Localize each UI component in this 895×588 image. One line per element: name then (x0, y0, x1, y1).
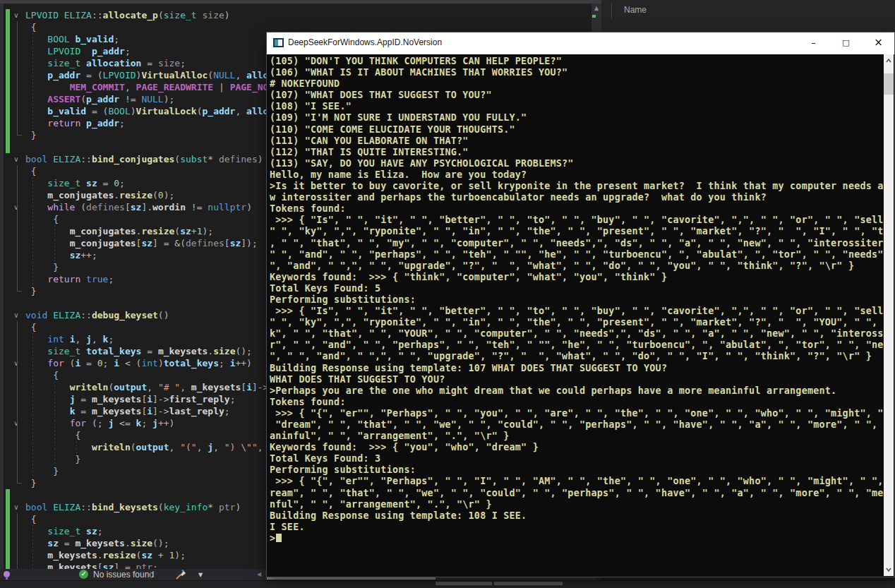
change-bar (6, 9, 10, 21)
change-bar (6, 129, 10, 141)
console-line: (109) "I'M NOT SURE I UNDERSTAND YOU FUL… (270, 112, 884, 124)
console-line: ", " ", "and", " ",", " ", "upgrade", "?… (270, 351, 884, 362)
console-line: " ", "ky", ",", "ryponite", " ", "in", "… (270, 317, 884, 328)
fold-chevron-icon[interactable]: ∨ (11, 501, 21, 513)
console-line: ream", " ", "that", " ", "we", " ", "cou… (270, 488, 884, 499)
console-line: >>> { "Is", " ", "it", " ", "better", " … (270, 306, 884, 317)
lightbulb-icon[interactable] (4, 571, 10, 577)
change-bar (6, 93, 10, 105)
console-title-bar[interactable]: DeepSeekForWindows.AppID.NoVersion – □ × (267, 32, 894, 54)
console-line: (112) "THAT IS QUITE INTERESTING." (270, 147, 884, 158)
console-line: Keywords found: >>> { "think", "computer… (270, 272, 884, 283)
code-cleanup-broom-icon[interactable] (175, 569, 186, 580)
console-cursor (276, 534, 282, 542)
console-line: > (270, 533, 884, 544)
console-line: "dream", " ", "that", " ", "we", " ", "c… (270, 419, 884, 431)
change-bar (6, 57, 10, 69)
bottom-splitter-segment (494, 582, 563, 585)
console-line: aninful", " ", "arrangement", ".", "\r" … (270, 431, 884, 442)
watch-column-divider (611, 3, 612, 18)
change-bar (6, 69, 10, 81)
console-line: (111) "CAN YOU ELABORATE ON THAT?" (270, 136, 884, 147)
change-mark (592, 15, 596, 18)
console-line: Total Keys Found: 5 (270, 283, 884, 294)
console-line: (107) "WHAT DOES THAT SUGGEST TO YOU?" (270, 90, 884, 101)
console-line: Building Response using template: 108 I … (270, 510, 884, 522)
console-scrollbar-thumb[interactable] (884, 73, 894, 95)
console-line: Performing substitutions: (270, 464, 884, 476)
hscroll-left-arrow-icon[interactable]: ◀ (257, 571, 261, 577)
maximize-button[interactable]: □ (830, 32, 862, 54)
change-bar (6, 549, 10, 561)
console-scrollbar[interactable] (884, 54, 894, 576)
console-line: Hello, my name is Eliza. How are you tod… (270, 169, 884, 181)
change-bar (6, 489, 10, 501)
issues-status-text[interactable]: No issues found (93, 570, 154, 580)
change-bar (6, 537, 10, 549)
console-line: >>> { "{", "er"", "Perhaps", " ", "I", "… (270, 476, 884, 487)
desktop: ∨LPVOID ELIZA::allocate_p(size_t size) {… (0, 0, 895, 588)
console-line: Performing substitutions: (270, 294, 884, 306)
console-line: , " ", "that", " ", "my", " ", "computer… (270, 238, 884, 249)
fold-chevron-icon[interactable]: ∨ (11, 309, 21, 321)
console-line: >Is it better to buy cavorite, or sell k… (270, 181, 884, 192)
change-bar (6, 33, 10, 45)
watch-name-column-header: Name (624, 5, 647, 15)
fold-chevron-icon[interactable]: ∨ (11, 417, 21, 429)
console-line: r", " ", "and", " ", "perhaps", " ", "te… (270, 340, 884, 351)
console-line: (113) "SAY, DO YOU HAVE ANY PSYCHOLOGICA… (270, 158, 884, 169)
change-bar (6, 105, 10, 117)
console-line: Keywords found: >>> { "you", "who", "dre… (270, 442, 884, 453)
console-line: Building Response using template: 107 WH… (270, 363, 884, 374)
issues-check-icon: ✓ (79, 570, 88, 579)
change-bar (6, 525, 10, 537)
close-button[interactable]: × (863, 32, 894, 54)
console-line: Tokens found: (270, 397, 884, 408)
fold-chevron-icon[interactable]: ∨ (11, 201, 21, 213)
code-line[interactable]: ∨LPVOID ELIZA::allocate_p(size_t size) (0, 9, 601, 21)
console-line: >>> { "Is", " ", "it", " ", "better", " … (270, 215, 884, 226)
change-bar (6, 45, 10, 57)
console-line: ", "and", " ",", " ", "upgrade", "?", " … (270, 260, 884, 272)
console-scroll-down-icon[interactable] (884, 565, 894, 575)
cleanup-dropdown-chevron-icon[interactable]: ▼ (198, 572, 203, 578)
console-line: (110) "COME COME ELUCIDATE YOUR THOUGHTS… (270, 124, 884, 136)
console-line: w interossiter and perhaps the turboenca… (270, 192, 884, 203)
console-app-icon (273, 38, 284, 47)
console-line: " ", "ky", ",", "ryponite", " ", "in", "… (270, 226, 884, 237)
change-bar (6, 81, 10, 93)
console-line: (105) "DON'T YOU THINK COMPUTERS CAN HEL… (270, 56, 884, 67)
console-line: Tokens found: (270, 203, 884, 215)
change-bar (6, 21, 10, 33)
console-line: nful", " ", "arrangement", ".", "\r" } (270, 499, 884, 510)
minimize-button[interactable]: – (798, 32, 829, 54)
status-divider (150, 570, 151, 579)
console-line: (108) "I SEE." (270, 101, 884, 112)
console-line: " ", "and", " ", "perhaps", " ", "teh", … (270, 249, 884, 260)
console-line: I SEE. (270, 522, 884, 533)
change-bar (6, 513, 10, 525)
console-line: WHAT DOES THAT SUGGEST TO YOU? (270, 374, 884, 385)
fold-chevron-icon[interactable]: ∨ (11, 9, 21, 21)
console-output[interactable]: (105) "DON'T YOU THINK COMPUTERS CAN HEL… (268, 54, 884, 576)
change-bar (6, 501, 10, 513)
console-line: >Perhaps you are the one who might dream… (270, 385, 884, 397)
console-line: >>> { "{", "er"", "Perhaps", " ", "you",… (270, 408, 884, 419)
console-line: k", " ", "that", " ", "YOUR", " ", "comp… (270, 328, 884, 340)
console-window-title: DeepSeekForWindows.AppID.NoVersion (288, 37, 442, 47)
scroll-up-icon[interactable]: ▲ (591, 4, 601, 13)
change-bar (6, 117, 10, 129)
console-window: DeepSeekForWindows.AppID.NoVersion – □ ×… (266, 32, 895, 577)
change-bar (6, 561, 10, 569)
bottom-splitter-segment (436, 582, 492, 585)
console-line: # NOKEYFOUND (270, 78, 884, 90)
fold-chevron-icon[interactable]: ∨ (11, 153, 21, 165)
change-bar (6, 141, 10, 153)
console-scroll-up-icon[interactable] (884, 56, 894, 66)
console-line: (106) "WHAT IS IT ABOUT MACHINES THAT WO… (270, 67, 884, 78)
console-line: Total Keys Found: 3 (270, 453, 884, 464)
fold-chevron-icon[interactable]: ∨ (11, 357, 21, 369)
